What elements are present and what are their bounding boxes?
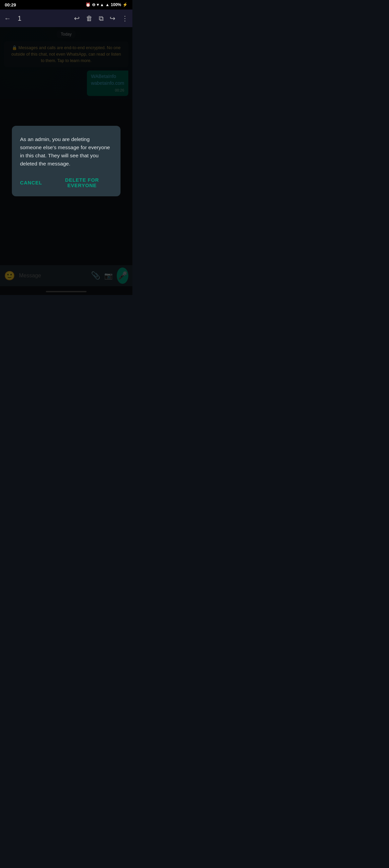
selection-count: 1 [18,15,21,22]
reply-button[interactable]: ↩ [74,14,80,22]
copy-button[interactable]: ⧉ [99,15,104,22]
forward-button[interactable]: ↪ [110,14,115,22]
signal-icon2: ▲ [105,2,109,7]
delete-dialog: As an admin, you are deleting someone el… [12,126,121,196]
screen: 00:29 ⏰ ⊖ ▾ ▲ ▲ 100% ⚡ ← 1 ↩ 🗑 ⧉ ↪ ⋮ Tod… [0,0,132,295]
alarm-icon: ⏰ [86,2,91,7]
delete-button[interactable]: 🗑 [86,15,93,22]
cancel-button[interactable]: CANCEL [20,176,42,190]
delete-for-everyone-button[interactable]: DELETE FOR EVERYONE [52,176,112,190]
back-button[interactable]: ← [4,15,11,22]
minus-icon: ⊖ [92,2,95,7]
status-bar: 00:29 ⏰ ⊖ ▾ ▲ ▲ 100% ⚡ [0,0,132,9]
dialog-message: As an admin, you are deleting someone el… [20,135,112,168]
action-bar: ← 1 ↩ 🗑 ⧉ ↪ ⋮ [0,9,132,27]
dialog-actions: CANCEL DELETE FOR EVERYONE [20,176,112,190]
wifi-icon: ▾ [97,2,99,7]
status-time: 00:29 [5,2,16,7]
more-button[interactable]: ⋮ [122,14,128,22]
battery-percent: 100% [111,2,121,7]
battery-icon: ⚡ [123,2,128,7]
status-icons: ⏰ ⊖ ▾ ▲ ▲ 100% ⚡ [86,2,128,7]
chat-area: Today 🔒 Messages and calls are end-to-en… [0,27,132,295]
signal-icon1: ▲ [100,2,104,7]
